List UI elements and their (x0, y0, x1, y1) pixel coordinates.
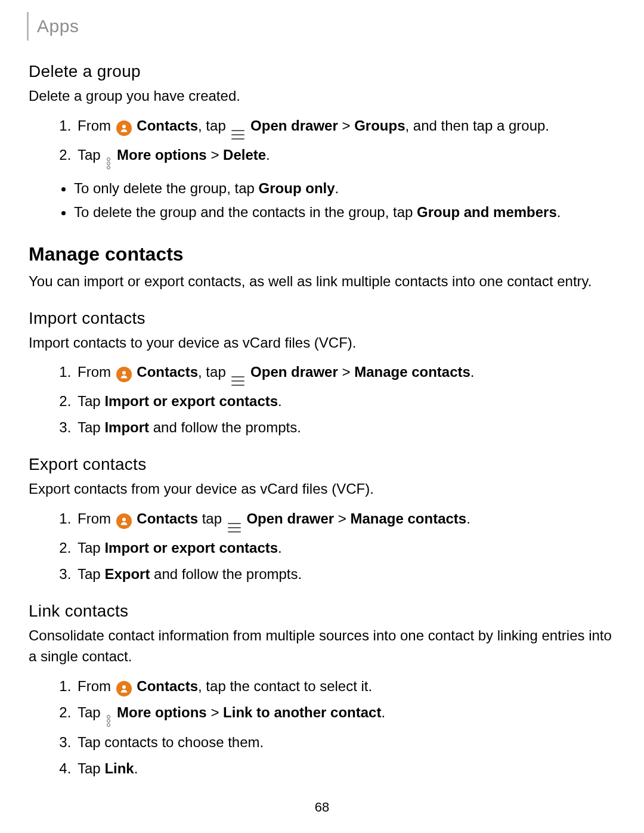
text: Tap (78, 760, 104, 776)
breadcrumb-wrap: Apps (29, 12, 615, 41)
text-bold: Open drawer (246, 117, 338, 134)
text: . (335, 180, 339, 196)
import-steps: From Contacts, tap Open drawer > Manage … (29, 361, 615, 438)
heading-delete-group: Delete a group (29, 62, 615, 81)
text: . (266, 147, 270, 163)
text-bold: Import or export contacts (104, 540, 278, 556)
list-item: Tap Import and follow the prompts. (75, 417, 615, 438)
text: Tap (78, 147, 101, 163)
text-bold: Group only (259, 180, 335, 196)
list-item: To delete the group and the contacts in … (74, 202, 615, 223)
text: and follow the prompts. (150, 566, 302, 582)
text: From (78, 510, 111, 527)
text: and follow the prompts. (149, 419, 301, 435)
delete-group-bullets: To only delete the group, tap Group only… (29, 178, 615, 223)
svg-point-0 (122, 125, 126, 128)
text: , tap (198, 117, 226, 134)
list-item: Tap contacts to choose them. (75, 732, 615, 753)
text: , tap the contact to select it. (198, 678, 372, 694)
breadcrumb-bar (27, 12, 29, 41)
text: From (78, 364, 111, 380)
export-steps: From Contacts tap Open drawer > Manage c… (29, 508, 615, 585)
list-item: From Contacts, tap Open drawer > Groups,… (75, 115, 615, 140)
hamburger-icon (231, 130, 244, 140)
text-bold: Contacts (133, 510, 198, 527)
text: To delete the group and the contacts in … (74, 204, 417, 220)
delete-group-steps: From Contacts, tap Open drawer > Groups,… (29, 115, 615, 169)
heading-link-contacts: Link contacts (29, 602, 615, 621)
text-bold: Export (104, 566, 150, 582)
manage-intro: You can import or export contacts, as we… (29, 271, 615, 292)
list-item: To only delete the group, tap Group only… (74, 178, 615, 199)
svg-point-3 (122, 685, 126, 689)
list-item: Tap Link. (75, 758, 615, 779)
contacts-icon (116, 513, 132, 529)
text-bold: More options (113, 147, 206, 163)
more-options-icon (106, 157, 111, 169)
text: . (381, 704, 385, 720)
heading-import-contacts: Import contacts (29, 309, 615, 328)
svg-point-2 (122, 518, 126, 521)
chevron: > (342, 364, 354, 380)
chevron: > (342, 117, 354, 134)
hamburger-icon (228, 523, 241, 532)
text: , tap (198, 364, 226, 380)
text-bold: More options (113, 704, 206, 720)
text-bold: Import (104, 419, 149, 435)
list-item: Tap Import or export contacts. (75, 391, 615, 412)
text-bold: Contacts (133, 364, 198, 380)
heading-export-contacts: Export contacts (29, 455, 615, 474)
page-number: 68 (0, 800, 644, 815)
text: Tap (78, 540, 104, 556)
text: From (78, 117, 111, 134)
text: From (78, 678, 111, 694)
heading-manage-contacts: Manage contacts (29, 243, 615, 265)
chevron: > (210, 147, 223, 163)
link-steps: From Contacts, tap the contact to select… (29, 676, 615, 779)
text-bold: Manage contacts (350, 510, 466, 527)
text-bold: Link to another contact (223, 704, 381, 720)
more-options-icon (106, 715, 111, 727)
text: . (557, 204, 561, 220)
svg-point-1 (122, 371, 126, 375)
chevron: > (338, 510, 351, 527)
contacts-icon (116, 120, 132, 136)
delete-group-intro: Delete a group you have created. (29, 86, 615, 107)
text: . (278, 393, 282, 409)
chevron: > (210, 704, 223, 720)
contacts-icon (116, 367, 132, 382)
text-bold: Contacts (133, 678, 198, 694)
export-intro: Export contacts from your device as vCar… (29, 479, 615, 500)
list-item: Tap Import or export contacts. (75, 537, 615, 559)
list-item: Tap More options > Link to another conta… (75, 702, 615, 727)
list-item: Tap More options > Delete. (75, 144, 615, 169)
list-item: Tap Export and follow the prompts. (75, 563, 615, 585)
text: tap (198, 510, 222, 527)
import-intro: Import contacts to your device as vCard … (29, 333, 615, 354)
text: , and then tap a group. (405, 117, 549, 134)
text-bold: Delete (223, 147, 266, 163)
text-bold: Link (104, 760, 134, 776)
list-item: From Contacts, tap the contact to select… (75, 676, 615, 697)
text-bold: Contacts (133, 117, 198, 134)
text-bold: Open drawer (246, 364, 338, 380)
text-bold: Import or export contacts (104, 393, 278, 409)
list-item: From Contacts tap Open drawer > Manage c… (75, 508, 615, 532)
text-bold: Group and members (417, 204, 557, 220)
text: . (470, 364, 475, 380)
text: Tap (78, 566, 104, 582)
text: . (278, 540, 282, 556)
text: Tap (78, 704, 101, 720)
hamburger-icon (231, 376, 244, 386)
link-intro: Consolidate contact information from mul… (29, 625, 615, 667)
list-item: From Contacts, tap Open drawer > Manage … (75, 361, 615, 386)
text: . (134, 760, 138, 776)
breadcrumb: Apps (37, 16, 79, 36)
text-bold: Manage contacts (354, 364, 470, 380)
text: To only delete the group, tap (74, 180, 259, 196)
text: Tap (78, 419, 104, 435)
text-bold: Groups (354, 117, 405, 134)
text: Tap (78, 393, 104, 409)
text: . (466, 510, 470, 527)
contacts-icon (116, 681, 132, 696)
